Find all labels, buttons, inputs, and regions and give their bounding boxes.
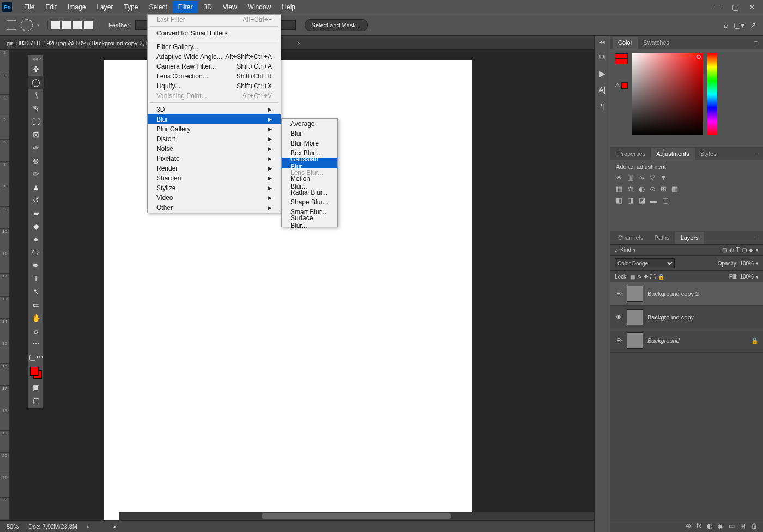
shape-tool[interactable]: ▭ [28,298,44,311]
workspace-icon[interactable]: ▢▾ [734,21,744,29]
filter-item-stylize[interactable]: Stylize▶ [148,183,281,193]
fill-value[interactable]: 100% [740,274,754,280]
healing-tool[interactable]: ⊛ [28,154,44,167]
adj-hue-icon[interactable]: ▦ [616,185,622,193]
tab-styles[interactable]: Styles [695,148,722,160]
filter-item-blur-gallery[interactable]: Blur Gallery▶ [148,124,281,134]
blur-item-gaussian-blur-[interactable]: Gaussian Blur... [282,158,337,168]
dropdown-icon[interactable]: ▾ [37,22,40,28]
filter-item-filter-gallery-[interactable]: Filter Gallery... [148,42,281,52]
foreground-color[interactable] [30,367,39,376]
adj-mixer-icon[interactable]: ⊞ [661,185,667,193]
share-icon[interactable]: ↗ [750,21,756,29]
color-field[interactable] [632,53,703,135]
tab-adjustments[interactable]: Adjustments [651,148,695,160]
menu-3d[interactable]: 3D [198,1,217,13]
doc-info-arrow[interactable]: ▸ [87,524,90,529]
brush-tool[interactable]: ✏ [28,167,44,180]
adj-balance-icon[interactable]: ⚖ [627,185,634,193]
new-group-icon[interactable]: ▭ [729,522,735,530]
hue-slider[interactable] [707,53,717,135]
link-layers-icon[interactable]: ⊕ [686,522,691,530]
crop-tool[interactable]: ⛶ [28,115,44,128]
filter-item-camera-raw-filter-[interactable]: Camera Raw Filter...Shift+Ctrl+A [148,62,281,71]
lock-pos-icon[interactable]: ✥ [644,274,648,280]
filter-item-noise[interactable]: Noise▶ [148,144,281,154]
search-icon[interactable]: ⌕ [724,21,728,29]
filter-shape-icon[interactable]: ▢ [742,247,747,253]
panel-grip[interactable]: ◂◂ × [28,56,43,63]
tab-channels[interactable]: Channels [613,232,649,244]
blur-item-surface-blur-[interactable]: Surface Blur... [282,217,337,227]
layer-mask-icon[interactable]: ◐ [707,522,712,530]
gradient-tool[interactable]: ◆ [28,220,44,233]
blur-tool[interactable]: ● [28,233,44,246]
tab-paths[interactable]: Paths [649,232,675,244]
filter-smart-icon[interactable]: ◆ [749,247,753,253]
visibility-icon[interactable]: 👁 [615,337,622,344]
layer-fx-icon[interactable]: fx [697,522,701,530]
adj-threshold-icon[interactable]: ◪ [639,196,645,204]
adj-invert-icon[interactable]: ◧ [616,196,622,204]
filter-item-3d[interactable]: 3D▶ [148,105,281,114]
menu-window[interactable]: Window [243,1,277,13]
paragraph-icon[interactable]: ¶ [600,102,604,111]
tab-layers[interactable]: Layers [675,232,704,244]
marquee-tool[interactable]: ◯ [28,76,44,89]
history-brush-tool[interactable]: ↺ [28,194,44,207]
close-button[interactable]: ✕ [749,3,755,11]
adj-lookup-icon[interactable]: ▦ [671,185,678,193]
adj-levels-icon[interactable]: ▥ [627,173,634,182]
eyedropper-tool[interactable]: ✑ [28,141,44,154]
tab-swatches[interactable]: Swatches [638,37,675,49]
quick-select-tool[interactable]: ✎ [28,102,44,115]
more-tools[interactable]: ⋯ [28,337,44,350]
new-layer-icon[interactable]: ⊞ [740,522,746,530]
filter-type-icon[interactable]: T [736,247,740,253]
adj-gradient-icon[interactable]: ▬ [650,196,657,204]
blur-item-radial-blur-[interactable]: Radial Blur... [282,188,337,197]
filter-item-lens-correction-[interactable]: Lens Correction...Shift+Ctrl+R [148,71,281,81]
filter-item-pixelate[interactable]: Pixelate▶ [148,154,281,164]
blur-item-average[interactable]: Average [282,119,337,129]
adj-photo-icon[interactable]: ⊙ [650,185,656,193]
fill-dropdown[interactable]: ▾ [756,274,759,280]
selection-mode-buttons[interactable] [47,21,96,29]
edit-toolbar[interactable]: ▢⋯ [28,350,44,364]
adj-curves-icon[interactable]: ∿ [639,173,645,182]
doc-size[interactable]: Doc: 7,92M/23,8M [28,523,77,530]
adj-brightness-icon[interactable]: ☀ [616,173,622,182]
minimize-button[interactable]: — [714,3,722,11]
home-icon[interactable] [7,20,16,30]
mini-swatch[interactable] [615,53,628,64]
actions-icon[interactable]: ▶ [600,69,605,78]
menu-filter[interactable]: Filter [173,1,198,13]
maximize-button[interactable]: ▢ [732,3,739,11]
search-icon[interactable]: ⌕ [615,247,618,253]
layer-row[interactable]: 👁Background copy [610,306,763,329]
warn-swatch[interactable] [621,82,628,89]
pen-tool[interactable]: ✒ [28,259,44,272]
screenmode-tool[interactable]: ▢ [28,394,44,407]
tab-color[interactable]: Color [613,37,638,49]
panel-menu-icon[interactable]: ≡ [749,232,763,244]
select-and-mask-button[interactable]: Select and Mask... [305,19,368,31]
filter-item-distort[interactable]: Distort▶ [148,134,281,144]
menu-type[interactable]: Type [118,1,143,13]
lasso-tool[interactable]: ⟆ [28,89,44,102]
adj-exposure-icon[interactable]: ▽ [650,173,655,182]
visibility-icon[interactable]: 👁 [615,314,622,321]
menu-help[interactable]: Help [276,1,301,13]
color-swatches[interactable] [28,366,44,381]
scroll-left-icon[interactable]: ◂ [113,524,116,529]
dodge-tool[interactable]: ⧂ [28,246,44,259]
filter-adjust-icon[interactable]: ◐ [729,247,734,253]
adj-vibrance-icon[interactable]: ▼ [660,173,667,182]
zoom-level[interactable]: 50% [7,523,19,530]
filter-item-video[interactable]: Video▶ [148,193,281,203]
move-tool[interactable]: ✥ [28,63,44,76]
layer-row[interactable]: 👁Background copy 2 [610,282,763,306]
layer-row[interactable]: 👁Background🔒 [610,329,763,353]
eraser-tool[interactable]: ▰ [28,207,44,220]
tab-properties[interactable]: Properties [613,148,651,160]
